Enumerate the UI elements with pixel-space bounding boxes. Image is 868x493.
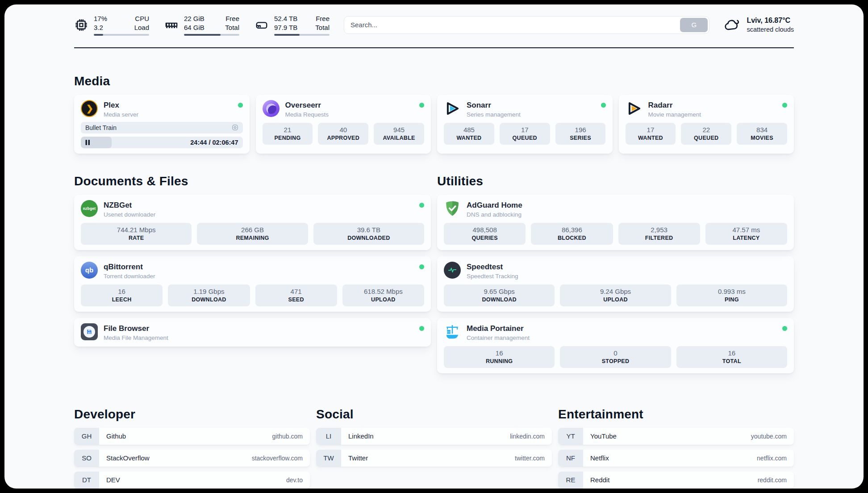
app-titles: Media PortainerContainer management [467,323,776,341]
now-playing-row: Bullet Train [81,122,243,134]
stat-label: QUEUED [501,135,548,141]
app-titles: AdGuard HomeDNS and adblocking [467,200,787,218]
resource-cpu-body: 17%CPU3.2Load [94,14,149,36]
app-name: qBittorrent [104,263,413,272]
search-provider-button[interactable]: G [680,18,708,32]
card-adguard[interactable]: AdGuard HomeDNS and adblocking498,508QUE… [437,195,794,250]
status-dot [601,103,606,108]
resource-progress-bar [274,34,330,36]
cast-icon[interactable] [231,124,239,131]
resource-value: 22 GiB [184,14,204,23]
bookmark-dev[interactable]: DTDEVdev.to [74,472,310,489]
app-subtitle: Media Requests [285,111,414,118]
stat-label: DOWNLOAD [170,297,248,303]
app-subtitle: Usenet downloader [104,211,413,218]
stat-label: FILTERED [620,235,698,241]
bookmark-github[interactable]: GHGithubgithub.com [74,428,310,445]
app-subtitle: Container management [467,334,776,341]
resource-widgets: 17%CPU3.2Load22 GiBFree64 GiBTotal52.4 T… [74,14,330,36]
app-name: Media Portainer [467,324,776,333]
card-plex[interactable]: ❯PlexMedia serverBullet Train24:44 / 02:… [74,95,250,154]
resource-label: Free [225,14,239,23]
bookmark-abbr: NF [558,450,583,467]
bookmark-twitter[interactable]: TWTwittertwitter.com [316,450,552,467]
app-titles: SonarrSeries management [467,100,595,118]
card-sonarr[interactable]: SonarrSeries management485WANTED17QUEUED… [437,95,613,154]
dashboard-screen: 17%CPU3.2Load22 GiBFree64 GiBTotal52.4 T… [4,4,864,489]
bookmark-linkedin[interactable]: LILinkedInlinkedin.com [316,428,552,445]
resource-line: 97.9 TBTotal [274,23,330,32]
stat-rate: 744.21 MbpsRATE [81,223,192,245]
resource-line: 3.2Load [94,23,149,32]
status-dot [419,203,424,208]
overseerr-icon [263,100,280,117]
pause-icon [85,140,90,145]
bookmark-abbr: LI [316,428,341,445]
section-title-developer: Developer [74,407,310,422]
stat-filtered: 2,953FILTERED [618,223,700,245]
stat-value: 1.19 Gbps [170,288,248,295]
stat-value: 2,953 [620,226,698,234]
resource-progress-bar [94,34,149,36]
section-title-entertainment: Entertainment [558,407,794,422]
stat-total: 16TOTAL [676,346,787,368]
cloud-icon [724,17,741,33]
stat-value: 196 [557,126,604,134]
bookmark-group-entertainment: EntertainmentYTYouTubeyoutube.comNFNetfl… [558,407,794,489]
stat-label: STOPPED [562,358,669,364]
bookmark-url: stackoverflow.com [252,455,303,462]
bookmark-reddit[interactable]: RERedditreddit.com [558,472,794,489]
card-overseerr[interactable]: OverseerrMedia Requests21PENDING40APPROV… [256,95,431,154]
bookmark-url: github.com [272,433,303,440]
section-media: Media ❯PlexMedia serverBullet Train24:44… [74,74,794,154]
card-radarr[interactable]: RadarrMovie management17WANTED22QUEUED83… [619,95,794,154]
section-documents: Documents & Files nzbgetNZBGetUsenet dow… [74,174,431,347]
stat-value: 945 [376,126,422,134]
stat-blocked: 86,396BLOCKED [531,223,613,245]
card-speedtest[interactable]: SpeedtestSpeedtest Tracking9.65 GbpsDOWN… [437,256,794,312]
resource-value: 52.4 TB [274,14,297,23]
stat-value: 47.57 ms [707,226,785,234]
stat-label: RATE [83,235,190,241]
bookmark-name: Github [106,432,126,440]
stat-series: 196SERIES [555,123,606,145]
resource-label: Total [225,23,239,32]
stat-seed: 471SEED [255,284,337,306]
resource-line: 17%CPU [94,14,149,23]
card-qbittorrent[interactable]: qbqBittorrentTorrent downloader16LEECH1.… [74,256,431,312]
card-header: File BrowserMedia File Management [81,323,424,341]
card-nzbget[interactable]: nzbgetNZBGetUsenet downloader744.21 Mbps… [74,195,431,250]
app-subtitle: Torrent downloader [104,273,413,280]
stat-download: 9.65 GbpsDOWNLOAD [444,284,555,306]
weather-condition: scattered clouds [747,25,794,34]
stat-queries: 498,508QUERIES [444,223,526,245]
weather-location-temp: Lviv, 16.87°C [747,16,794,25]
bookmark-youtube[interactable]: YTYouTubeyoutube.com [558,428,794,445]
bookmark-abbr: DT [74,472,99,489]
stat-label: REMAINING [199,235,306,241]
stat-value: 485 [446,126,492,134]
section-utilities: Utilities AdGuard HomeDNS and adblocking… [437,174,794,373]
bookmark-url: youtube.com [751,433,787,440]
stat-label: BLOCKED [533,235,611,241]
app-name: Sonarr [467,101,595,110]
stat-downloaded: 39.6 TBDOWNLOADED [313,223,424,245]
card-portainer[interactable]: Media PortainerContainer management16RUN… [437,318,794,373]
resource-cpu: 17%CPU3.2Load [74,14,149,36]
stat-value: 86,396 [533,226,611,234]
bookmark-netflix[interactable]: NFNetflixnetflix.com [558,450,794,467]
resource-disk: 52.4 TBFree97.9 TBTotal [255,14,330,36]
stat-value: 471 [257,288,335,295]
app-titles: OverseerrMedia Requests [285,100,414,118]
app-name: NZBGet [104,201,413,210]
stat-wanted: 485WANTED [444,123,494,145]
stat-label: TOTAL [678,358,785,364]
bookmark-stackoverflow[interactable]: SOStackOverflowstackoverflow.com [74,450,310,467]
now-playing-title: Bullet Train [85,124,117,131]
stat-value: 39.6 TB [315,226,422,234]
resource-value: 97.9 TB [274,23,297,32]
card-header: nzbgetNZBGetUsenet downloader [81,200,424,218]
search-input[interactable] [344,16,709,34]
bookmark-name: Netflix [590,454,609,462]
card-filebrowser[interactable]: File BrowserMedia File Management [74,318,431,347]
